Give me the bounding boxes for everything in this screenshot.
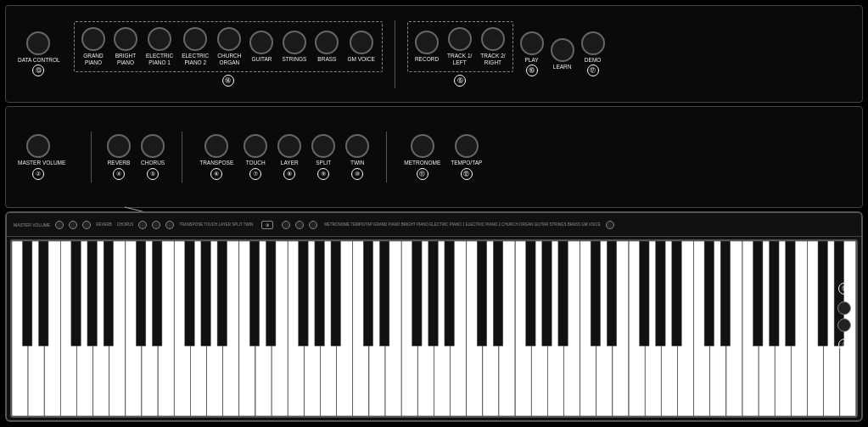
section5-num: ⑤ [147,168,159,180]
metronome-knob[interactable] [411,134,434,158]
demo-group: DEMO ⑰ [581,31,605,77]
mini-knob-metronome[interactable] [309,221,317,229]
strings-knob[interactable] [283,31,306,54]
mini-knob-split[interactable] [282,221,290,229]
svg-rect-57 [71,241,81,346]
mini-knob-chorus[interactable] [82,221,91,229]
record-group: RECORD TRACK 1/LEFT TRACK 2/RIGHT [407,21,513,72]
reverb-knob[interactable] [107,134,131,158]
divider2 [91,132,92,183]
right-side-controls: ⑱ ① [832,213,856,420]
mini-label-reverb: REVERB [96,222,112,227]
split-group: SPLIT ⑨ [311,134,335,180]
track1-knob[interactable] [448,27,472,51]
church-organ-knob[interactable] [217,27,241,51]
mini-knob-layer[interactable] [165,221,174,229]
master-volume-knob[interactable] [26,134,50,158]
keyboard-instrument: MASTER VOLUME REVERB CHORUS TRANSPOSE TO… [5,211,863,422]
right-knob-1[interactable] [837,301,851,315]
transpose-group: TRANSPOSE ⑥ [199,134,233,180]
twin-knob[interactable] [345,134,369,158]
svg-rect-89 [786,241,795,346]
right-knob-2[interactable] [837,318,851,332]
svg-rect-65 [249,241,259,346]
bright-piano-knob[interactable] [114,27,137,51]
mini-knob-master-volume[interactable] [55,221,64,229]
play-label: PLAY [525,57,539,64]
mini-controls-strip: MASTER VOLUME REVERB CHORUS TRANSPOSE TO… [7,213,861,237]
electric-piano2-knob-group: ELECTRICPIANO 2 [182,27,209,66]
svg-rect-58 [87,241,97,346]
bright-piano-knob-group: BRIGHTPIANO [114,27,137,66]
split-knob[interactable] [311,134,335,158]
metronome-group: METRONOME ⑪ [404,134,440,180]
master-volume-group: MASTER VOLUME ② [18,134,59,180]
svg-rect-72 [412,241,422,346]
grand-piano-knob[interactable] [81,27,105,51]
layer-knob[interactable] [277,134,301,158]
section4-num: ④ [113,168,125,180]
chorus-knob[interactable] [141,134,165,158]
mini-knob-touch[interactable] [152,221,160,229]
top-panel: DATA CONTROL ⑬ GRANDPIANO BRIGHTPIANO [5,5,863,103]
gm-voice-knob[interactable] [350,31,373,54]
svg-rect-68 [315,241,324,346]
section7-num: ⑦ [249,168,261,180]
play-knob[interactable] [520,31,544,55]
learn-knob[interactable] [551,38,574,62]
brass-knob[interactable] [315,31,339,54]
section1-num: ① [838,339,850,351]
svg-rect-82 [640,241,649,346]
svg-rect-78 [542,241,552,346]
strings-knob-group: STRINGS [282,31,306,63]
divider1 [395,20,395,88]
mini-label-transpose: TRANSPOSE TOUCH LAYER SPLIT TWIN [179,222,253,227]
data-control-label: DATA CONTROL [18,57,59,64]
mini-label-chorus: CHORUS [117,222,134,227]
reverb-label: REVERB [108,160,131,166]
keyboard-svg: // This won't execute in SVG context, ge… [12,241,856,416]
section14-num: ⑭ [222,75,234,87]
mini-labels-right: METRONOME TEMPO/TAP GRAND PIANO BRIGHT P… [324,222,601,227]
svg-rect-80 [591,241,600,346]
section18-num: ⑱ [838,283,850,295]
gm-voice-knob-group: GM VOICE [347,31,375,63]
middle-panel: MASTER VOLUME ② REVERB ④ CHORUS ⑤ TRANSP… [5,106,863,208]
data-control-knob[interactable] [26,31,50,55]
transpose-knob[interactable] [204,134,228,158]
mini-knob-tempo[interactable] [606,221,614,229]
metronome-label: METRONOME [404,160,440,166]
svg-rect-86 [720,241,730,346]
svg-rect-55 [22,241,31,346]
divider3 [182,132,182,183]
guitar-knob[interactable] [249,31,273,54]
section6-num: ⑥ [210,168,222,180]
svg-rect-75 [477,241,486,346]
demo-label: DEMO [585,57,602,64]
demo-knob[interactable] [581,31,605,55]
mini-knob-transpose[interactable] [138,221,147,229]
section3-display: ③ [261,221,273,229]
electric-piano1-knob[interactable] [148,27,171,51]
keyboard-container: // This won't execute in SVG context, ge… [10,239,858,418]
mini-knob-reverb[interactable] [69,221,77,229]
tempo-tap-group: TEMPO/TAP ⑫ [451,134,482,180]
layer-group: LAYER ⑧ [277,134,301,180]
touch-knob[interactable] [244,134,267,158]
track2-knob[interactable] [481,27,505,51]
learn-label: LEARN [553,64,572,70]
electric-piano2-knob[interactable] [183,27,207,51]
svg-rect-70 [363,241,372,346]
svg-rect-74 [445,241,454,346]
svg-rect-84 [672,241,681,346]
mini-knob-twin[interactable] [295,221,304,229]
svg-rect-77 [526,241,535,346]
tempo-tap-knob[interactable] [455,134,479,158]
play-group: PLAY ⑯ [520,31,544,77]
touch-label: TOUCH [246,160,266,166]
record-knob[interactable] [415,31,439,54]
data-control-group: DATA CONTROL ⑬ [18,31,59,77]
layer-label: LAYER [281,160,299,166]
section10-num: ⑩ [351,168,363,180]
section8-num: ⑧ [283,168,295,180]
